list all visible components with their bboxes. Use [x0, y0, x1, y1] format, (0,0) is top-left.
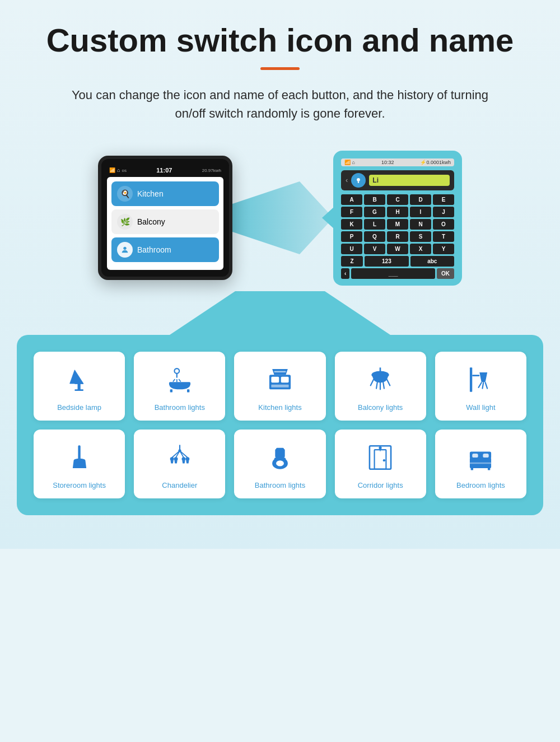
- kb-key-K[interactable]: K: [341, 219, 362, 230]
- svg-line-10: [173, 379, 175, 381]
- tile-bedroom-lights[interactable]: Bedroom lights: [435, 430, 526, 498]
- svg-point-42: [185, 457, 189, 461]
- svg-point-34: [73, 458, 85, 462]
- balcony-lights-label: Balcony lights: [358, 403, 403, 413]
- tile-storeroom-lights[interactable]: Storeroom lights: [34, 430, 125, 498]
- kb-backspace[interactable]: ‹: [341, 268, 349, 279]
- svg-point-44: [181, 457, 185, 461]
- kb-bulb-icon: [351, 173, 366, 188]
- kb-key-I[interactable]: I: [410, 207, 431, 217]
- funnel-connector: [17, 291, 543, 336]
- kb-key-O[interactable]: O: [433, 219, 454, 230]
- bathroom-lights-2-label: Bathroom lights: [255, 481, 305, 491]
- kb-ok[interactable]: OK: [437, 268, 454, 279]
- kb-back-arrow[interactable]: ‹: [346, 176, 348, 184]
- kb-key-P[interactable]: P: [341, 231, 362, 242]
- kb-key-Z[interactable]: Z: [341, 256, 363, 267]
- svg-line-26: [387, 380, 390, 385]
- kb-key-N[interactable]: N: [410, 219, 431, 230]
- kb-key-C[interactable]: C: [387, 194, 408, 205]
- kb-key-W[interactable]: W: [387, 244, 408, 254]
- bathroom-lights-2-icon: [263, 441, 297, 474]
- kb-key-M[interactable]: M: [387, 219, 408, 230]
- kb-key-L[interactable]: L: [364, 219, 385, 230]
- chandelier-icon: [163, 441, 197, 474]
- kb-key-123[interactable]: 123: [365, 256, 408, 267]
- svg-line-24: [376, 382, 377, 388]
- svg-rect-28: [470, 367, 472, 391]
- tile-wall-light[interactable]: Wall light: [435, 352, 526, 421]
- kb-key-S[interactable]: S: [410, 231, 431, 242]
- kb-key-U[interactable]: U: [341, 244, 362, 254]
- svg-point-53: [379, 446, 382, 449]
- kb-key-F[interactable]: F: [341, 207, 362, 217]
- balcony-lights-icon: [363, 363, 397, 396]
- kb-key-B[interactable]: B: [364, 194, 385, 205]
- kb-key-R[interactable]: R: [387, 231, 408, 242]
- corridor-lights-label: Corridor lights: [358, 481, 403, 491]
- keyboard-panel: 📶 ⌂ 10:32 ⚡0.0001kwh ‹ Li A B C: [333, 151, 462, 286]
- tile-kitchen-lights[interactable]: Kitchen lights: [234, 352, 325, 421]
- svg-point-2: [357, 178, 360, 181]
- phone-item-bathroom[interactable]: Bathroom: [111, 237, 219, 262]
- tile-bathroom-lights-1[interactable]: Bathroom lights: [134, 352, 225, 421]
- bedroom-lights-icon: [464, 441, 497, 474]
- kb-key-D[interactable]: D: [410, 194, 431, 205]
- icon-grid: Bedside lamp: [34, 352, 526, 498]
- tile-chandelier[interactable]: Chandelier: [134, 430, 225, 498]
- kb-row7: ‹ ___ OK: [341, 268, 454, 279]
- kb-key-abc[interactable]: abc: [410, 256, 454, 267]
- header-description: You can change the icon and name of each…: [56, 86, 504, 123]
- kb-key-Q[interactable]: Q: [364, 231, 385, 242]
- phone-status-bar: 📶 ⌂ os 11:07 20.97kwh: [107, 166, 223, 177]
- svg-marker-4: [168, 291, 392, 336]
- kb-power: ⚡0.0001kwh: [420, 160, 451, 165]
- kb-row1: A B C D E: [341, 194, 454, 205]
- svg-point-41: [170, 457, 174, 461]
- kb-wifi: 📶 ⌂: [344, 160, 355, 165]
- kb-space[interactable]: ___: [351, 268, 435, 279]
- svg-rect-13: [169, 382, 190, 385]
- kitchen-icon: 🍳: [117, 186, 133, 202]
- kb-text-field[interactable]: Li: [369, 175, 450, 186]
- wall-light-label: Wall light: [466, 403, 495, 413]
- kb-key-G[interactable]: G: [364, 207, 385, 217]
- signal-text: os: [122, 168, 126, 173]
- tile-bathroom-lights-2[interactable]: Bathroom lights: [234, 430, 325, 498]
- kb-key-J[interactable]: J: [433, 207, 454, 217]
- kb-key-E[interactable]: E: [433, 194, 454, 205]
- balcony-icon: 🌿: [117, 214, 133, 230]
- tile-bedside-lamp[interactable]: Bedside lamp: [34, 352, 125, 421]
- wall-light-icon: [464, 363, 497, 396]
- svg-rect-29: [473, 375, 480, 376]
- page-title: Custom switch icon and name: [17, 22, 543, 58]
- kb-key-T[interactable]: T: [433, 231, 454, 242]
- phone-item-kitchen[interactable]: 🍳 Kitchen: [111, 181, 219, 206]
- chandelier-label: Chandelier: [162, 481, 197, 491]
- storeroom-lights-label: Storeroom lights: [53, 481, 106, 491]
- kb-key-A[interactable]: A: [341, 194, 362, 205]
- svg-line-38: [180, 451, 188, 458]
- svg-point-0: [123, 247, 126, 250]
- kb-key-H[interactable]: H: [387, 207, 408, 217]
- svg-rect-5: [77, 384, 80, 390]
- phone-screen: 🍳 Kitchen 🌿 Balcony Bathro: [107, 177, 223, 270]
- balcony-label: Balcony: [137, 217, 165, 226]
- kb-key-X[interactable]: X: [410, 244, 431, 254]
- tile-corridor-lights[interactable]: Corridor lights: [335, 430, 426, 498]
- kb-input-row: ‹ Li: [341, 170, 454, 190]
- svg-rect-20: [274, 371, 286, 372]
- kb-key-V[interactable]: V: [364, 244, 385, 254]
- svg-rect-48: [276, 447, 284, 449]
- kb-key-Y[interactable]: Y: [433, 244, 454, 254]
- tile-balcony-lights[interactable]: Balcony lights: [335, 352, 426, 421]
- phone-item-balcony[interactable]: 🌿 Balcony: [111, 209, 219, 234]
- phone-mockup: 📶 ⌂ os 11:07 20.97kwh 🍳 Kitchen 🌿 Balcon…: [98, 156, 232, 280]
- svg-point-8: [174, 368, 179, 374]
- svg-line-31: [486, 382, 487, 388]
- bedside-lamp-label: Bedside lamp: [57, 403, 101, 413]
- svg-rect-18: [281, 377, 289, 382]
- svg-line-32: [479, 382, 482, 388]
- svg-line-30: [483, 382, 484, 388]
- kb-row5: U V W X Y: [341, 244, 454, 254]
